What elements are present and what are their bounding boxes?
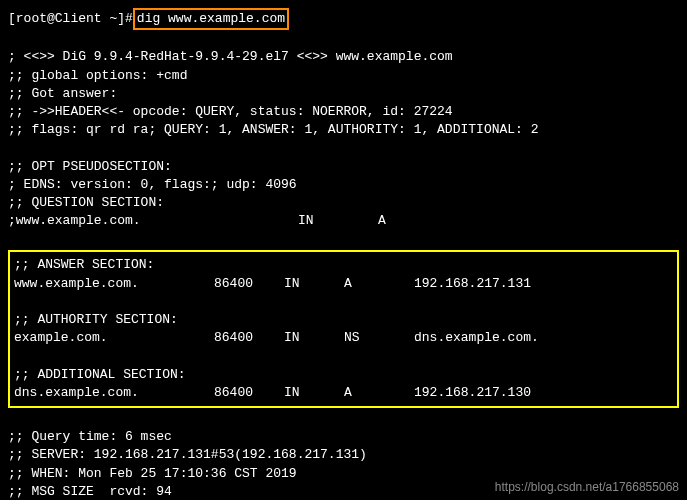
dig-command: dig www.example.com [137, 11, 285, 26]
authority-section-title: ;; AUTHORITY SECTION: [14, 311, 673, 329]
answer-row: www.example.com. 86400 IN A 192.168.217.… [14, 275, 673, 293]
authority-name: example.com. [14, 329, 214, 347]
authority-class: IN [284, 329, 344, 347]
answer-name: www.example.com. [14, 275, 214, 293]
authority-data: dns.example.com. [414, 329, 673, 347]
additional-row: dns.example.com. 86400 IN A 192.168.217.… [14, 384, 673, 402]
server-line: ;; SERVER: 192.168.217.131#53(192.168.21… [8, 446, 679, 464]
blank-line [14, 293, 673, 311]
blank-line [8, 230, 679, 248]
authority-row: example.com. 86400 IN NS dns.example.com… [14, 329, 673, 347]
answer-section-title: ;; ANSWER SECTION: [14, 256, 673, 274]
dig-version-line: ; <<>> DiG 9.9.4-RedHat-9.9.4-29.el7 <<>… [8, 48, 679, 66]
flags-line: ;; flags: qr rd ra; QUERY: 1, ANSWER: 1,… [8, 121, 679, 139]
blank-line [8, 410, 679, 428]
answer-type: A [344, 275, 414, 293]
watermark-text: https://blog.csdn.net/a1766855068 [495, 479, 679, 496]
authority-type: NS [344, 329, 414, 347]
question-name: ;www.example.com. [8, 212, 298, 230]
blank-line [8, 30, 679, 48]
query-time-line: ;; Query time: 6 msec [8, 428, 679, 446]
additional-section-title: ;; ADDITIONAL SECTION: [14, 366, 673, 384]
answer-class: IN [284, 275, 344, 293]
question-type: A [378, 212, 679, 230]
additional-ttl: 86400 [214, 384, 284, 402]
authority-ttl: 86400 [214, 329, 284, 347]
question-row: ;www.example.com. IN A [8, 212, 679, 230]
opt-pseudosection-title: ;; OPT PSEUDOSECTION: [8, 158, 679, 176]
answer-data: 192.168.217.131 [414, 275, 673, 293]
additional-data: 192.168.217.130 [414, 384, 673, 402]
header-opcode-line: ;; ->>HEADER<<- opcode: QUERY, status: N… [8, 103, 679, 121]
additional-type: A [344, 384, 414, 402]
command-prompt-line[interactable]: [root@Client ~]# dig www.example.com [8, 8, 679, 30]
global-options-line: ;; global options: +cmd [8, 67, 679, 85]
additional-class: IN [284, 384, 344, 402]
command-highlight-box: dig www.example.com [133, 8, 289, 30]
dns-sections-highlight-box: ;; ANSWER SECTION: www.example.com. 8640… [8, 250, 679, 408]
got-answer-line: ;; Got answer: [8, 85, 679, 103]
blank-line [14, 347, 673, 365]
shell-prompt: [root@Client ~]# [8, 10, 133, 28]
answer-ttl: 86400 [214, 275, 284, 293]
question-class: IN [298, 212, 378, 230]
question-section-title: ;; QUESTION SECTION: [8, 194, 679, 212]
additional-name: dns.example.com. [14, 384, 214, 402]
blank-line [8, 139, 679, 157]
edns-line: ; EDNS: version: 0, flags:; udp: 4096 [8, 176, 679, 194]
